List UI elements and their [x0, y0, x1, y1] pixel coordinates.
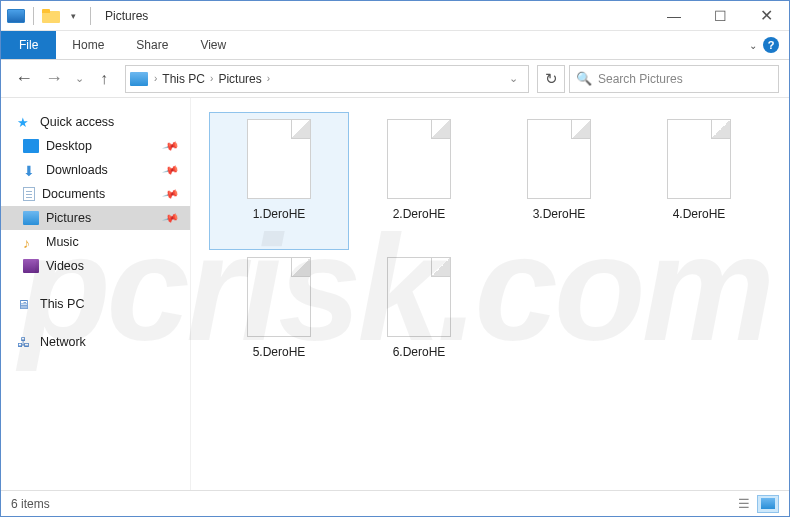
file-list[interactable]: 1.DeroHE 2.DeroHE 3.DeroHE 4.DeroHE 5.De… [191, 98, 789, 492]
address-bar[interactable]: › This PC › Pictures › ⌄ [125, 65, 529, 93]
title-bar-left: ▾ Pictures [1, 7, 148, 25]
sidebar-network[interactable]: 🖧 Network [1, 330, 190, 354]
separator [33, 7, 34, 25]
search-input[interactable]: 🔍 Search Pictures [569, 65, 779, 93]
tab-home[interactable]: Home [56, 31, 120, 59]
network-icon: 🖧 [17, 335, 33, 349]
address-bar-right: ⌄ [509, 72, 524, 85]
file-name: 1.DeroHE [253, 207, 306, 221]
search-placeholder: Search Pictures [598, 72, 683, 86]
file-item[interactable]: 3.DeroHE [489, 112, 629, 250]
downloads-icon: ⬇ [23, 163, 39, 177]
title-bar: ▾ Pictures — ☐ ✕ [1, 1, 789, 31]
breadcrumb-pictures[interactable]: Pictures [215, 72, 264, 86]
pin-icon: 📌 [162, 209, 181, 227]
ribbon: File Home Share View ⌄ ? [1, 31, 789, 60]
breadcrumb-this-pc[interactable]: This PC [159, 72, 208, 86]
file-icon [247, 119, 311, 199]
maximize-button[interactable]: ☐ [697, 1, 743, 31]
file-item[interactable]: 1.DeroHE [209, 112, 349, 250]
pin-icon: 📌 [162, 137, 181, 155]
file-icon [667, 119, 731, 199]
pin-icon: 📌 [162, 185, 181, 203]
window-controls: — ☐ ✕ [651, 1, 789, 31]
sidebar-this-pc[interactable]: 🖥 This PC [1, 292, 190, 316]
tab-share[interactable]: Share [120, 31, 184, 59]
desktop-icon [23, 139, 39, 153]
sidebar-label: This PC [40, 297, 84, 311]
file-icon [527, 119, 591, 199]
status-bar: 6 items ☰ [1, 490, 789, 516]
sidebar-item-downloads[interactable]: ⬇ Downloads 📌 [1, 158, 190, 182]
file-icon [387, 119, 451, 199]
file-name: 2.DeroHE [393, 207, 446, 221]
file-item[interactable]: 4.DeroHE [629, 112, 769, 250]
forward-button[interactable]: → [41, 66, 67, 92]
pc-icon: 🖥 [17, 297, 33, 311]
recent-locations-button[interactable]: ⌄ [71, 66, 87, 92]
star-icon: ★ [17, 115, 33, 129]
ribbon-right: ⌄ ? [749, 31, 789, 59]
quick-access-folder-icon[interactable] [42, 7, 60, 25]
sidebar-label: Desktop [46, 139, 92, 153]
search-icon: 🔍 [576, 71, 592, 86]
sidebar-label: Documents [42, 187, 105, 201]
sidebar-label: Music [46, 235, 79, 249]
sidebar-label: Videos [46, 259, 84, 273]
file-item[interactable]: 2.DeroHE [349, 112, 489, 250]
sidebar-quick-access[interactable]: ★ Quick access [1, 110, 190, 134]
explorer-body: ★ Quick access Desktop 📌 ⬇ Downloads 📌 D… [1, 98, 789, 492]
videos-icon [23, 259, 39, 273]
sidebar-item-documents[interactable]: Documents 📌 [1, 182, 190, 206]
file-item[interactable]: 6.DeroHE [349, 250, 489, 388]
chevron-right-icon[interactable]: › [265, 73, 272, 84]
chevron-right-icon[interactable]: › [208, 73, 215, 84]
music-icon: ♪ [23, 235, 39, 249]
quick-access-dropdown-icon[interactable]: ▾ [64, 7, 82, 25]
navigation-bar: ← → ⌄ ↑ › This PC › Pictures › ⌄ ↻ 🔍 Sea… [1, 60, 789, 98]
file-tab[interactable]: File [1, 31, 56, 59]
sidebar-item-pictures[interactable]: Pictures 📌 [1, 206, 190, 230]
ribbon-collapse-icon[interactable]: ⌄ [749, 40, 757, 51]
sidebar-label: Downloads [46, 163, 108, 177]
up-button[interactable]: ↑ [91, 70, 117, 88]
pictures-icon [23, 211, 39, 225]
back-button[interactable]: ← [11, 66, 37, 92]
icons-view-button[interactable] [757, 495, 779, 513]
view-toggles: ☰ [733, 495, 779, 513]
file-name: 4.DeroHE [673, 207, 726, 221]
separator [90, 7, 91, 25]
sidebar-item-videos[interactable]: Videos [1, 254, 190, 278]
chevron-right-icon[interactable]: › [152, 73, 159, 84]
location-icon [130, 72, 148, 86]
documents-icon [23, 187, 35, 201]
pin-icon: 📌 [162, 161, 181, 179]
file-icon [387, 257, 451, 337]
item-count: 6 items [11, 497, 50, 511]
help-icon[interactable]: ? [763, 37, 779, 53]
details-view-button[interactable]: ☰ [733, 495, 755, 513]
window-title: Pictures [105, 9, 148, 23]
sidebar-label: Network [40, 335, 86, 349]
refresh-button[interactable]: ↻ [537, 65, 565, 93]
sidebar-label: Pictures [46, 211, 91, 225]
tab-view[interactable]: View [184, 31, 242, 59]
sidebar-label: Quick access [40, 115, 114, 129]
navigation-pane: ★ Quick access Desktop 📌 ⬇ Downloads 📌 D… [1, 98, 191, 492]
minimize-button[interactable]: — [651, 1, 697, 31]
close-button[interactable]: ✕ [743, 1, 789, 31]
app-icon [7, 9, 25, 23]
file-item[interactable]: 5.DeroHE [209, 250, 349, 388]
file-icon [247, 257, 311, 337]
sidebar-item-music[interactable]: ♪ Music [1, 230, 190, 254]
address-dropdown-icon[interactable]: ⌄ [509, 72, 518, 85]
file-name: 6.DeroHE [393, 345, 446, 359]
file-name: 5.DeroHE [253, 345, 306, 359]
sidebar-item-desktop[interactable]: Desktop 📌 [1, 134, 190, 158]
file-name: 3.DeroHE [533, 207, 586, 221]
